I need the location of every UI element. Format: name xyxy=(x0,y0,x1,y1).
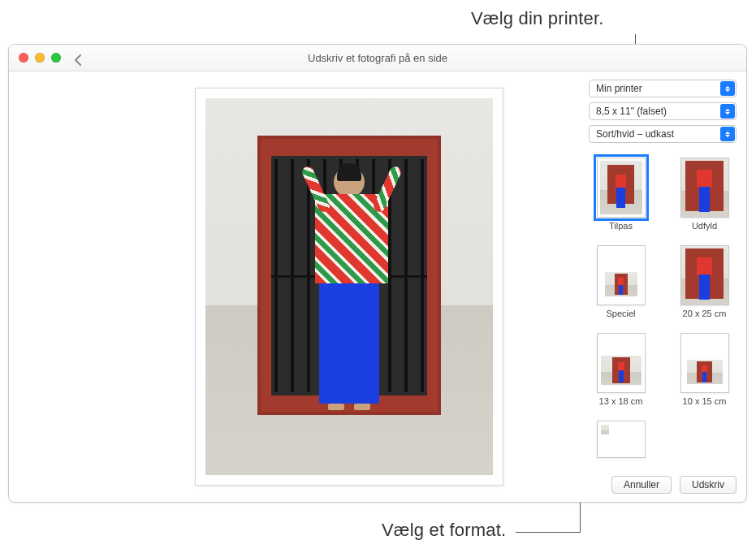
layout-label: Tilpas xyxy=(609,221,633,231)
paper-size-value: 8,5 x 11" (falset) xyxy=(596,106,667,117)
layout-label: 13 x 18 cm xyxy=(599,396,643,406)
layout-grid: TilpasUdfyldSpeciel20 x 25 cm13 x 18 cm1… xyxy=(589,153,737,468)
paper-size-select[interactable]: 8,5 x 11" (falset) xyxy=(589,102,737,120)
layout-label: Udfyld xyxy=(692,221,717,231)
layout-option-13x18[interactable]: 13 x 18 cm xyxy=(590,333,651,406)
cancel-button[interactable]: Annuller xyxy=(611,476,672,494)
print-preview-area xyxy=(9,71,584,502)
dialog-actions: Annuller Udskriv xyxy=(589,473,737,494)
callout-format: Vælg et format. xyxy=(382,520,506,541)
print-quality-select[interactable]: Sort/hvid – udkast xyxy=(589,125,737,143)
layout-thumbnail xyxy=(680,245,729,305)
callout-line xyxy=(516,532,581,533)
layout-thumbnail xyxy=(597,333,646,393)
chevron-updown-icon xyxy=(720,104,735,119)
dialog-content: Min printer 8,5 x 11" (falset) Sort/hvid… xyxy=(9,71,746,502)
layout-thumbnail xyxy=(680,158,729,218)
printer-select-value: Min printer xyxy=(596,83,642,94)
layout-label: 20 x 25 cm xyxy=(683,309,727,318)
layout-option-tilpas[interactable]: Tilpas xyxy=(590,158,651,231)
layout-option-speciel[interactable]: Speciel xyxy=(590,245,651,318)
titlebar: Udskriv et fotografi på en side xyxy=(9,45,746,71)
layout-thumbnail xyxy=(597,421,646,458)
printer-select[interactable]: Min printer xyxy=(589,80,737,97)
chevron-updown-icon xyxy=(720,81,735,96)
layout-thumbnail xyxy=(680,333,729,393)
layout-option-10x15[interactable]: 10 x 15 cm xyxy=(674,333,735,406)
print-preview-page xyxy=(195,88,503,486)
photo-preview xyxy=(205,98,493,475)
print-button[interactable]: Udskriv xyxy=(680,476,737,494)
print-quality-value: Sort/hvid – udkast xyxy=(596,128,674,140)
layout-thumbnail xyxy=(597,245,646,305)
layout-option-udfyld[interactable]: Udfyld xyxy=(674,158,735,231)
print-options-sidebar: Min printer 8,5 x 11" (falset) Sort/hvid… xyxy=(584,71,746,502)
window-title: Udskriv et fotografi på en side xyxy=(9,52,746,64)
layout-label: Speciel xyxy=(606,309,635,318)
chevron-updown-icon xyxy=(720,127,735,141)
print-dialog-window: Udskriv et fotografi på en side xyxy=(8,44,747,503)
layout-option-20x25[interactable]: 20 x 25 cm xyxy=(674,245,735,318)
layout-option-contact[interactable] xyxy=(590,421,651,458)
layout-label: 10 x 15 cm xyxy=(683,396,727,406)
layout-thumbnail xyxy=(597,158,646,218)
callout-printer: Vælg din printer. xyxy=(471,8,604,29)
